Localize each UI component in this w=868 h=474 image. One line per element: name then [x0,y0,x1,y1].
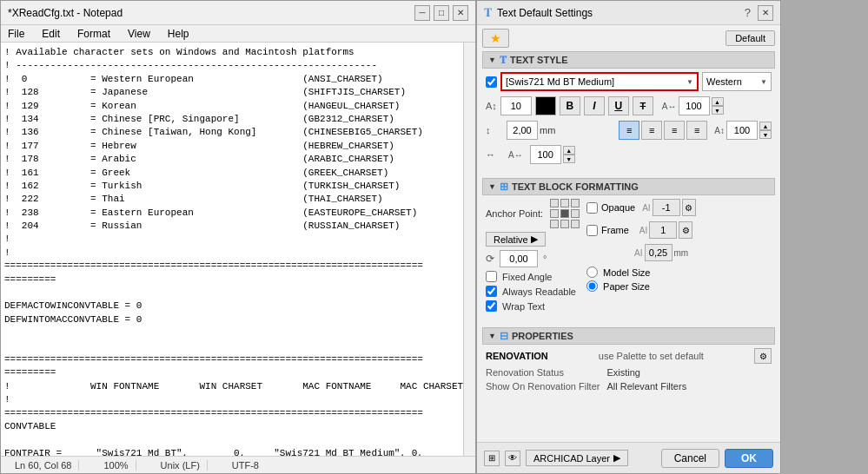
opaque-settings-btn[interactable]: ⚙ [682,199,696,216]
spacing-down-button[interactable]: ▼ [563,155,575,163]
anchor-tr[interactable] [571,199,580,207]
italic-button[interactable]: I [584,96,605,115]
spacing-up-button[interactable]: ▲ [563,146,575,155]
strikethrough-button[interactable]: T [633,96,653,115]
favorites-button[interactable]: ★ [482,29,509,48]
font-name-dropdown[interactable]: [Swis721 Md BT Medium] ▼ [500,72,699,91]
eye-icon-btn[interactable]: 👁 [505,451,520,466]
wrap-text-checkbox[interactable] [486,300,497,312]
text-settings-icon: 𝐓 [484,5,492,20]
opaque-checkbox[interactable] [586,202,598,214]
layer-button[interactable]: ARCHICAD Layer ▶ [526,450,628,466]
alignment-buttons: ≡ ≡ ≡ ≡ [619,121,707,140]
height-spin-buttons: ▲ ▼ [759,122,772,139]
default-button[interactable]: Default [726,30,775,46]
height-up-button[interactable]: ▲ [759,122,772,130]
ok-button[interactable]: OK [725,449,773,468]
anchor-point-label: Anchor Point: [486,208,543,219]
cancel-button[interactable]: Cancel [661,449,719,468]
renovation-grid: Renovation Status Existing Show On Renov… [486,367,772,392]
help-icon[interactable]: ? [741,6,754,19]
ai-label1: AI [642,203,650,213]
frame-checkbox[interactable] [586,225,598,236]
frame-label: Frame [601,225,629,235]
dialog-body: ★ Default ▼ 𝐓 TEXT STYLE [Swis721 Md BT … [477,25,780,442]
anchor-ml[interactable] [550,209,559,218]
frame-settings-btn[interactable]: ⚙ [679,221,692,239]
angle-input[interactable] [500,250,538,267]
align-center-button[interactable]: ≡ [641,121,662,140]
paper-size-label: Paper Size [603,281,650,292]
dialog-title: 𝐓 Text Default Settings [484,5,593,20]
text-block-section-header[interactable]: ▼ ⊞ TEXT BLOCK FORMATTING [482,178,775,195]
notepad-content-area: ! Available character sets on Windows an… [1,43,475,456]
edit-menu[interactable]: Edit [38,28,63,40]
num3-input[interactable] [645,244,673,261]
height-pct-input[interactable] [726,121,758,140]
dialog-close-button[interactable]: ✕ [758,5,773,21]
align-right-button[interactable]: ≡ [664,121,685,140]
encoding: UTF-8 [225,460,266,471]
close-button[interactable]: ✕ [453,5,468,21]
notepad-textarea[interactable]: ! Available character sets on Windows an… [1,43,463,456]
relative-button[interactable]: Relative ▶ [486,232,546,247]
footer-right: Cancel OK [661,449,773,468]
wrap-text-label: Wrap Text [502,301,545,312]
height-down-button[interactable]: ▼ [759,130,772,139]
font-script-dropdown[interactable]: Western ▼ [702,72,772,91]
paper-size-radio[interactable] [586,280,598,292]
dialog-titlebar: 𝐓 Text Default Settings ? ✕ [477,1,780,25]
minimize-button[interactable]: ─ [414,5,430,21]
width-down-button[interactable]: ▼ [712,106,724,115]
model-size-radio[interactable] [586,267,598,278]
width-up-button[interactable]: ▲ [712,97,724,106]
renovation-settings-btn[interactable]: ⚙ [754,348,772,364]
anchor-bl[interactable] [550,220,559,228]
view-menu[interactable]: View [124,28,154,40]
dialog-header-row: ★ Default [482,29,775,48]
font-enabled-checkbox[interactable] [486,76,497,88]
anchor-grid [550,199,580,228]
width-pct-input[interactable] [679,96,710,115]
file-menu[interactable]: File [4,28,28,40]
font-color-picker[interactable] [535,96,556,115]
frame-num-input[interactable] [649,221,677,239]
show-filter-label: Show On Renovation Filter [486,381,600,392]
opaque-num-input[interactable] [653,199,680,216]
width-icon: A↔ [662,102,677,111]
anchor-tc[interactable] [560,199,569,207]
font-script-value: Western [706,76,742,87]
anchor-tl[interactable] [550,199,559,207]
bold-button[interactable]: B [560,96,580,115]
mm-unit-label: mm [674,248,689,258]
properties-section-header[interactable]: ▼ ⊟ PROPERTIES [482,327,775,345]
vertical-scrollbar[interactable] [463,43,475,456]
anchor-bc[interactable] [560,220,569,228]
text-default-settings-dialog: 𝐓 Text Default Settings ? ✕ ★ Default ▼ … [476,0,781,474]
align-justify-button[interactable]: ≡ [686,121,707,140]
renovation-label: RENOVATION [486,351,548,361]
text-style-icon: 𝐓 [500,54,507,66]
line-spacing-input[interactable] [507,121,538,140]
underline-button[interactable]: U [608,96,629,115]
layer-icon-btn[interactable]: ⊞ [484,451,500,466]
spacing-pct-group: ▲ ▼ [530,145,575,164]
opaque-label: Opaque [601,202,635,213]
font-size-input[interactable] [500,96,532,115]
height-pct-group2: A↕ ▲ ▼ [714,121,772,140]
fixed-angle-checkbox[interactable] [486,271,497,282]
spacing-pct-input[interactable] [530,145,561,164]
maximize-button[interactable]: □ [434,5,449,21]
help-menu[interactable]: Help [164,28,193,40]
anchor-mc[interactable] [560,209,569,218]
format-menu[interactable]: Format [74,28,114,40]
align-left-button[interactable]: ≡ [619,121,639,140]
text-style-section-header[interactable]: ▼ 𝐓 TEXT STYLE [482,51,775,69]
always-readable-row: Always Readable [486,286,580,297]
anchor-br[interactable] [571,220,580,228]
anchor-mr[interactable] [571,209,580,218]
angle-row: ⟳ ° [486,250,580,267]
always-readable-checkbox[interactable] [486,286,497,297]
line-ending: Unix (LF) [154,460,208,471]
opaque-row: Opaque AI ⚙ [586,199,772,216]
